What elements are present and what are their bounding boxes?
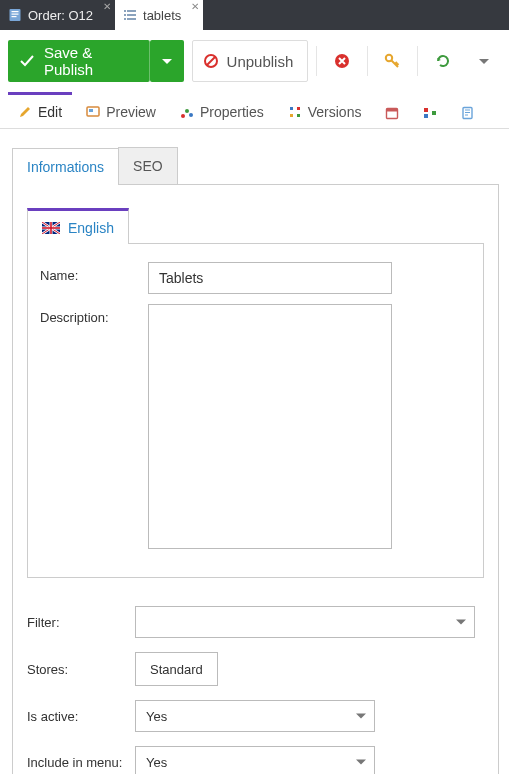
save-publish-dropdown[interactable] [150, 40, 183, 82]
name-label: Name: [40, 262, 148, 294]
tab-dependencies[interactable] [413, 94, 447, 128]
view-tabs: Edit Preview Properties Versions [0, 92, 509, 129]
tab-label: Preview [106, 104, 156, 120]
svg-rect-24 [387, 109, 398, 112]
chevron-down-icon [479, 59, 489, 64]
lang-tab-label: English [68, 220, 114, 236]
stores-label: Stores: [27, 662, 135, 677]
save-publish-label: Save & Publish [44, 44, 135, 78]
tab-properties[interactable]: Properties [170, 92, 274, 128]
tab-label: SEO [133, 158, 163, 174]
tab-seo[interactable]: SEO [118, 147, 178, 184]
language-panel: Name: Description: [27, 244, 484, 578]
tab-informations[interactable]: Informations [12, 148, 119, 185]
versions-icon [288, 105, 302, 119]
svg-line-11 [207, 57, 215, 65]
svg-rect-7 [127, 14, 136, 16]
toolbar-more-dropdown[interactable] [468, 40, 501, 82]
tab-preview[interactable]: Preview [76, 92, 166, 128]
svg-rect-5 [127, 10, 136, 12]
tab-label: Properties [200, 104, 264, 120]
is-active-value: Yes [146, 709, 167, 724]
refresh-button[interactable] [426, 40, 459, 82]
dependencies-icon [423, 106, 437, 120]
svg-point-17 [185, 109, 189, 113]
block-icon [203, 53, 219, 69]
preview-icon [86, 105, 100, 119]
svg-rect-36 [42, 227, 60, 229]
toolbar: Save & Publish Unpublish [0, 30, 509, 92]
name-input[interactable] [148, 262, 392, 294]
stores-value: Standard [150, 662, 203, 677]
tab-label: Informations [27, 159, 104, 175]
chevron-down-icon [356, 714, 366, 719]
language-tabs: English [27, 207, 484, 244]
separator [417, 46, 418, 76]
save-publish-button[interactable]: Save & Publish [8, 40, 150, 82]
tab-versions[interactable]: Versions [278, 92, 372, 128]
svg-rect-4 [124, 10, 126, 12]
filter-select[interactable] [135, 606, 475, 638]
tab-notes[interactable] [451, 94, 485, 128]
svg-rect-26 [424, 114, 428, 118]
pencil-icon [18, 105, 32, 119]
chevron-down-icon [162, 59, 172, 64]
properties-icon [180, 105, 194, 119]
close-icon[interactable]: ✕ [191, 2, 199, 12]
doc-tab-tablets[interactable]: tablets ✕ [115, 0, 203, 30]
doc-tab-label: tablets [143, 8, 181, 23]
svg-rect-8 [124, 18, 126, 20]
document-tabs: Order: O12 ✕ tablets ✕ [0, 0, 509, 30]
tab-edit[interactable]: Edit [8, 92, 72, 128]
tab-schedule[interactable] [375, 94, 409, 128]
svg-rect-21 [290, 114, 293, 117]
svg-rect-1 [12, 11, 19, 12]
stores-tag[interactable]: Standard [135, 652, 218, 686]
list-icon [123, 8, 137, 22]
check-icon [18, 52, 36, 70]
svg-rect-15 [89, 109, 93, 112]
document-icon [8, 8, 22, 22]
svg-rect-25 [424, 108, 428, 112]
tab-label: Edit [38, 104, 62, 120]
notes-icon [461, 106, 475, 120]
description-label: Description: [40, 304, 148, 549]
description-input[interactable] [148, 304, 392, 549]
is-active-label: Is active: [27, 709, 135, 724]
unpublish-label: Unpublish [227, 53, 294, 70]
doc-tab-order[interactable]: Order: O12 ✕ [0, 0, 115, 30]
separator [316, 46, 317, 76]
flag-uk-icon [42, 222, 60, 234]
filter-label: Filter: [27, 615, 135, 630]
calendar-icon [385, 106, 399, 120]
content-area: Informations SEO English Name: Descripti… [0, 129, 509, 774]
include-menu-value: Yes [146, 755, 167, 770]
chevron-down-icon [456, 620, 466, 625]
lower-fields: Filter: Stores: Standard Is active: Yes [27, 606, 484, 774]
informations-panel: English Name: Description: Filter: [12, 185, 499, 774]
svg-rect-27 [432, 111, 436, 115]
svg-rect-22 [297, 114, 300, 117]
chevron-down-icon [356, 760, 366, 765]
separator [367, 46, 368, 76]
delete-button[interactable] [325, 40, 358, 82]
include-menu-select[interactable]: Yes [135, 746, 375, 774]
tab-label: Versions [308, 104, 362, 120]
svg-rect-9 [127, 18, 136, 20]
inner-tabs: Informations SEO [12, 147, 499, 185]
lang-tab-english[interactable]: English [27, 208, 129, 244]
doc-tab-label: Order: O12 [28, 8, 93, 23]
svg-point-16 [181, 114, 185, 118]
svg-rect-19 [290, 107, 293, 110]
unpublish-button[interactable]: Unpublish [192, 40, 309, 82]
svg-rect-0 [10, 9, 21, 21]
is-active-select[interactable]: Yes [135, 700, 375, 732]
svg-rect-20 [297, 107, 300, 110]
svg-rect-6 [124, 14, 126, 16]
close-icon[interactable]: ✕ [103, 2, 111, 12]
svg-rect-2 [12, 14, 19, 15]
include-menu-label: Include in menu: [27, 755, 135, 770]
save-publish-group: Save & Publish [8, 40, 184, 82]
key-button[interactable] [376, 40, 409, 82]
svg-point-18 [189, 113, 193, 117]
